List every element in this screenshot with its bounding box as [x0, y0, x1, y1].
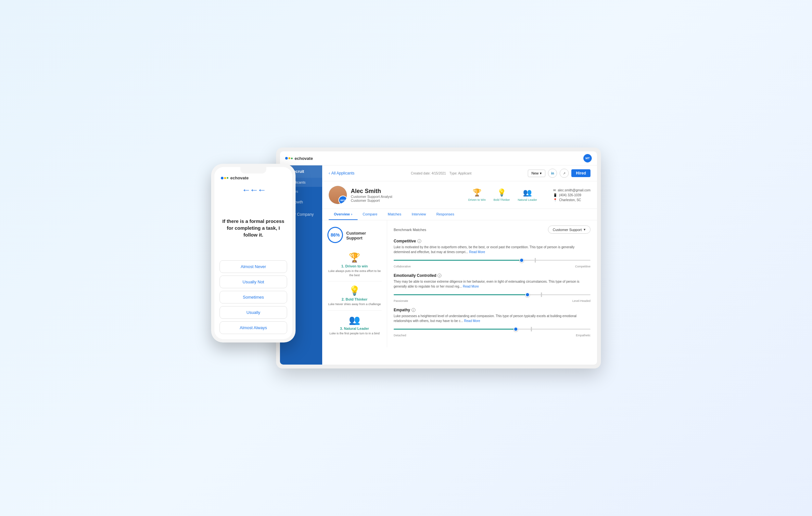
back-arrow-icon: ‹: [329, 171, 330, 175]
phone-row: 📱 (404) 326-1039: [553, 193, 590, 197]
profile-avatar: 86%: [329, 186, 347, 204]
location-icon: 📍: [553, 198, 557, 202]
app-container: ▦ Recruit Applicants Roles ◎ Growth ▤ My…: [280, 165, 597, 365]
competitive-info-icon[interactable]: i: [417, 239, 421, 243]
trait-card-3-name: 3. Natural Leader: [327, 326, 382, 331]
emotionally-controlled-info-icon[interactable]: i: [437, 274, 441, 278]
email-icon: ✉: [553, 189, 556, 192]
right-panel: Benchmark Matches Customer Support ▾ Com…: [387, 220, 597, 347]
trait-card-3-desc: Luke is the first people turn to in a bi…: [327, 332, 382, 336]
trait-card-1: 🏆 1. Driven to win Luke always puts in t…: [327, 248, 382, 281]
laptop-device: echovate MT ▦ Recruit Applicants Roles ◎…: [276, 147, 601, 369]
trait-driven-to-win: 🏆 Driven to Win: [468, 189, 486, 201]
app-logo-text: echovate: [295, 156, 313, 161]
natural-leader-icon: 👥: [523, 189, 532, 197]
type-label: Type: Applicant: [450, 172, 472, 175]
dot-blue: [285, 157, 288, 160]
phone-logo-bar: echovate: [214, 173, 292, 182]
phone-option-almost-always[interactable]: Almost Always: [220, 321, 287, 334]
natural-leader-label: Natural Leader: [518, 198, 537, 201]
empathy-read-more[interactable]: Read More: [464, 319, 480, 323]
competitive-title: Competitive i: [394, 239, 590, 243]
emotionally-controlled-right-label: Level-Headed: [572, 299, 590, 303]
trait-card-1-name: 1. Driven to win: [327, 264, 382, 268]
benchmark-label: Benchmark Matches: [394, 228, 426, 232]
emotionally-controlled-title: Emotionally Controlled i: [394, 273, 590, 278]
emotionally-controlled-left-label: Passionate: [394, 299, 408, 303]
trait-card-1-icon: 🏆: [327, 252, 382, 263]
header-actions: New ▾ in ↗ Hired: [528, 169, 590, 178]
back-link[interactable]: ‹ All Applicants: [329, 171, 354, 175]
emotionally-controlled-thumb: [525, 292, 530, 297]
trait-card-2-name: 2. Bold Thinker: [327, 297, 382, 301]
tab-arrow-icon: ›: [351, 212, 352, 216]
phone-option-usually-not[interactable]: Usually Not: [220, 276, 287, 288]
empathy-right-label: Empathetic: [576, 334, 590, 337]
phone-option-sometimes[interactable]: Sometimes: [220, 291, 287, 304]
logo-dots: [285, 157, 293, 160]
empathy-section: Empathy i Luke possesses a heightened le…: [394, 308, 590, 337]
status-dropdown[interactable]: New ▾: [528, 170, 545, 177]
empathy-slider[interactable]: [394, 326, 590, 333]
tab-responses[interactable]: Responses: [431, 209, 459, 220]
emotionally-controlled-section: Emotionally Controlled i They may be abl…: [394, 273, 590, 303]
created-date: Created date: 4/15/2021: [411, 172, 446, 175]
competitive-labels: Collaborative Competitive: [394, 265, 590, 268]
dot-teal: [291, 157, 293, 159]
emotionally-controlled-read-more[interactable]: Read More: [463, 285, 479, 288]
empathy-info-icon[interactable]: i: [411, 308, 415, 312]
nav-tabs: Overview › Compare Matches Interview Res…: [322, 209, 597, 220]
benchmark-select-value: Customer Support: [553, 228, 582, 232]
profile-title: Customer Support Analyst: [351, 195, 452, 199]
profile-phone: (404) 326-1039: [559, 193, 581, 197]
trait-card-3-icon: 👥: [327, 315, 382, 325]
panel-title: Customer Support: [346, 231, 382, 240]
tab-matches[interactable]: Matches: [383, 209, 407, 220]
empathy-desc: Luke possesses a heightened level of und…: [394, 314, 590, 323]
phone-notch: [240, 167, 266, 173]
dot-yellow: [288, 157, 290, 159]
match-circle: 86%: [339, 196, 347, 204]
tab-compare[interactable]: Compare: [357, 209, 383, 220]
emotionally-controlled-slider[interactable]: [394, 291, 590, 298]
hired-button[interactable]: Hired: [571, 169, 590, 177]
competitive-track: [394, 260, 590, 261]
chevron-down-icon: ▾: [540, 171, 542, 175]
trait-card-2-desc: Luke Never shies away from a challenge: [327, 302, 382, 307]
bold-thinker-label: Bold Thinker: [494, 198, 510, 201]
back-link-label: All Applicants: [331, 171, 354, 175]
driven-to-win-label: Driven to Win: [468, 198, 486, 201]
phone-dot-yellow: [224, 177, 226, 179]
emotionally-controlled-labels: Passionate Level-Headed: [394, 299, 590, 303]
phone-option-almost-never[interactable]: Almost Never: [220, 260, 287, 273]
score-circle: 86%: [327, 227, 343, 243]
logo-row: echovate: [285, 156, 313, 161]
tab-interview[interactable]: Interview: [406, 209, 431, 220]
competitive-slider[interactable]: [394, 257, 590, 263]
benchmark-chevron-icon: ▾: [584, 227, 586, 232]
phone-arrows-graphic: ←←←: [242, 185, 265, 195]
phone-dot-teal: [227, 177, 228, 179]
share-button[interactable]: ↗: [560, 169, 569, 178]
phone-logo-dots: [221, 177, 228, 179]
status-value: New: [531, 171, 539, 175]
empathy-benchmark-marker: [531, 327, 532, 332]
tab-overview[interactable]: Overview ›: [329, 209, 357, 220]
profile-name: Alec Smith: [351, 188, 452, 195]
profile-traits: 🏆 Driven to Win 💡 Bold Thinker 👥 Natural…: [452, 189, 553, 201]
profile-section: 86% Alec Smith Customer Support Analyst …: [322, 181, 597, 209]
linkedin-button[interactable]: in: [548, 169, 557, 178]
competitive-read-more[interactable]: Read More: [469, 250, 485, 254]
profile-department: Customer Support: [351, 199, 452, 202]
laptop-screen: echovate MT ▦ Recruit Applicants Roles ◎…: [280, 151, 597, 365]
user-avatar[interactable]: MT: [583, 154, 592, 163]
email-row: ✉ alec.smith@gmail.com: [553, 189, 590, 192]
phone-screen: echovate ←←← If there is a formal proces…: [214, 167, 292, 339]
phone-option-usually[interactable]: Usually: [220, 306, 287, 319]
benchmark-row: Benchmark Matches Customer Support ▾: [394, 226, 590, 234]
benchmark-select[interactable]: Customer Support ▾: [548, 226, 590, 234]
two-col-body: 86% Customer Support 🏆 1. Driven to win …: [322, 220, 597, 347]
empathy-left-label: Detached: [394, 334, 406, 337]
competitive-desc: Luke is motivated by the drive to outper…: [394, 245, 590, 254]
trait-bold-thinker: 💡 Bold Thinker: [494, 189, 510, 201]
